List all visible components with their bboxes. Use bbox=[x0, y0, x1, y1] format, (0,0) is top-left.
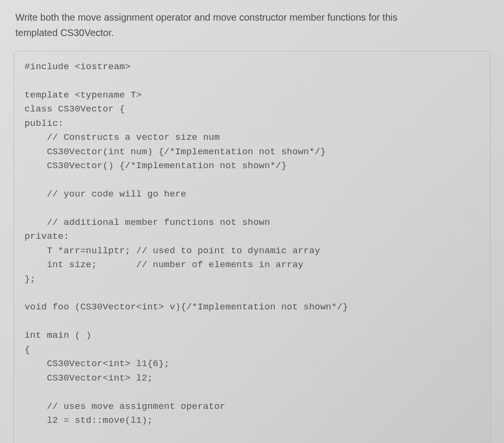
code-line: int size; // number of elements in array bbox=[25, 259, 303, 270]
code-line: T *arr=nullptr; // used to point to dyna… bbox=[25, 246, 320, 256]
code-line: CS30Vector<int> l1{6}; bbox=[25, 358, 170, 369]
code-line: { bbox=[25, 345, 30, 355]
code-line: // uses move assignment operator bbox=[25, 401, 226, 412]
prompt-line-1: Write both the move assignment operator … bbox=[15, 12, 397, 23]
question-prompt: Write both the move assignment operator … bbox=[13, 10, 491, 40]
code-line: #include <iostream> bbox=[25, 62, 130, 72]
code-line: }; bbox=[25, 274, 36, 284]
code-line: CS30Vector() {/*Implementation not shown… bbox=[25, 160, 287, 171]
code-line: template <typename T> bbox=[25, 90, 142, 100]
code-line: void foo (CS30Vector<int> v){/*Implement… bbox=[25, 302, 348, 312]
code-line: CS30Vector(int num) {/*Implementation no… bbox=[25, 147, 326, 157]
code-line: private: bbox=[25, 231, 69, 242]
code-line: CS30Vector<int> l2; bbox=[25, 373, 153, 383]
code-line: public: bbox=[25, 118, 63, 129]
code-line: int main ( ) bbox=[25, 330, 91, 341]
code-block: #include <iostream> template <typename T… bbox=[13, 51, 491, 443]
page-container: Write both the move assignment operator … bbox=[0, 0, 504, 443]
code-line: // Constructs a vector size num bbox=[25, 132, 220, 143]
code-line: // additional member functions not shown bbox=[25, 217, 270, 228]
prompt-line-2: templated CS30Vector. bbox=[15, 27, 114, 38]
code-line: class CS30Vector { bbox=[25, 104, 125, 114]
code-line: l2 = std::move(l1); bbox=[25, 415, 153, 426]
code-line: // your code will go here bbox=[25, 189, 186, 199]
